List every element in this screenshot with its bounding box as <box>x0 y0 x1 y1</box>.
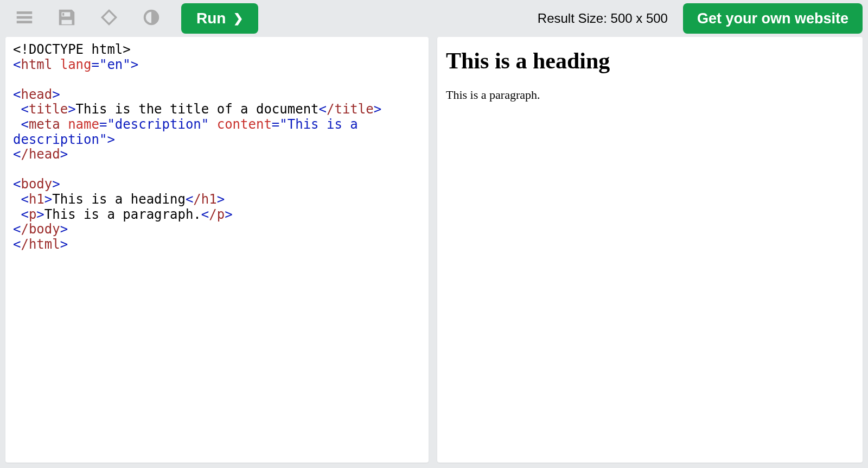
get-own-website-button[interactable]: Get your own website <box>683 3 863 34</box>
theme-button[interactable] <box>132 2 170 35</box>
toolbar: Run ❯ Result Size: 500 x 500 Get your ow… <box>0 0 868 37</box>
menu-button[interactable] <box>5 2 43 35</box>
own-website-label: Get your own website <box>697 10 848 27</box>
result-preview: This is a heading This is a paragraph. <box>437 37 863 463</box>
rotate-button[interactable] <box>90 2 128 35</box>
contrast-icon <box>141 7 162 30</box>
run-button[interactable]: Run ❯ <box>181 3 258 34</box>
code-editor[interactable]: <!DOCTYPE html> <html lang="en"> <head> … <box>5 37 429 463</box>
chevron-right-icon: ❯ <box>233 11 243 26</box>
save-icon <box>56 7 77 30</box>
result-paragraph: This is a paragraph. <box>446 88 854 102</box>
result-size-label: Result Size: 500 x 500 <box>538 11 668 26</box>
hamburger-icon <box>14 7 35 30</box>
save-button[interactable] <box>48 2 86 35</box>
rotate-icon <box>99 7 119 30</box>
panels: <!DOCTYPE html> <html lang="en"> <head> … <box>0 37 868 468</box>
run-button-label: Run <box>196 10 226 27</box>
result-heading: This is a heading <box>446 48 854 74</box>
